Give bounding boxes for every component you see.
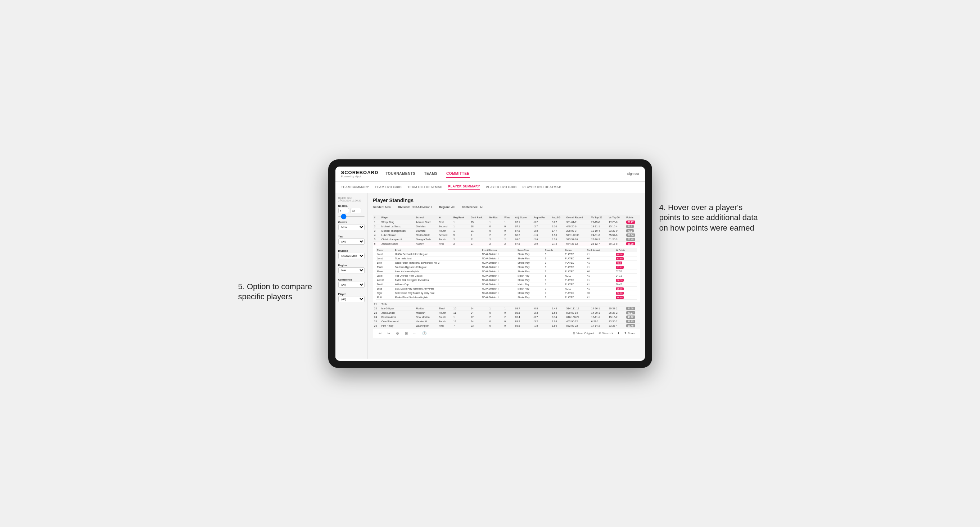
no-rds-min-input[interactable] — [338, 208, 349, 213]
inner-table-row[interactable]: ManeAmer An IntercollegiateNCAA Division… — [376, 269, 637, 273]
inner-col-player: Player — [376, 248, 394, 252]
inner-col-rank-impact: Rank Impact — [585, 248, 614, 252]
filters-row: Gender: Men Division: NCAA Division I Re… — [373, 205, 483, 209]
col-reg-rank: Reg Rank — [452, 215, 469, 220]
download-button[interactable]: ⬇ — [617, 332, 620, 335]
sidebar-conference-select[interactable]: (All) — [338, 282, 364, 288]
cell-record: 381-61-11 — [565, 220, 590, 224]
table-row[interactable]: 23Jack LundinMissouriFourth 11240088.5-2… — [373, 310, 640, 315]
sub-nav-player-summary[interactable]: PLAYER SUMMARY — [448, 184, 480, 190]
nav-tournaments[interactable]: TOURNAMENTS — [385, 170, 415, 178]
no-rds-max-input[interactable] — [350, 208, 361, 213]
more-button[interactable]: ··· — [412, 330, 418, 336]
cell-reg-rank: 1 — [452, 220, 469, 224]
filter-conference: Conference: All — [462, 205, 483, 209]
clock-button[interactable]: 🕐 — [421, 330, 428, 336]
watch-button[interactable]: 👁 Watch ▾ — [598, 332, 613, 335]
table-row[interactable]: 25Cole SherwoodVanderbiltFourth 12240088… — [373, 319, 640, 324]
filter-gender-label: Gender: — [373, 205, 384, 209]
table-row[interactable]: 4Luke ClantonFlorida StateSecond 522268.… — [373, 233, 640, 237]
logo-area: SCOREBOARD Powered by clippi — [341, 170, 379, 178]
inner-table-row[interactable]: PhichSouthern Highlands CollegiateNCAA D… — [376, 265, 637, 269]
inner-table-row[interactable]: Jake IThe Cypress Point ClassicNCAA Divi… — [376, 273, 637, 278]
table-row[interactable]: 6Jackson KoivuAuburnFirst 2272267.5-2.02… — [373, 241, 640, 246]
sidebar-year-select[interactable]: (All) — [338, 238, 364, 244]
sidebar-no-rds-label: No Rds. — [338, 205, 364, 207]
redo-button[interactable]: ↪ — [386, 330, 391, 336]
inner-table-header: Player Event Event Division Event Type R… — [376, 248, 637, 252]
sidebar-conference-label: Conference — [338, 278, 364, 281]
inner-table-row[interactable]: MuttiMirabel Maui Jim IntercollegiateNCA… — [376, 295, 637, 299]
nav-teams[interactable]: TEAMS — [424, 170, 438, 178]
cell-no-rds: 1 — [488, 220, 503, 224]
table-row[interactable]: 24Bastien AmatNew MexicoFourth 1272269.4… — [373, 315, 640, 319]
inner-table-row[interactable]: DavidWilliams CupNCAA Division IMatch Pl… — [376, 282, 637, 286]
col-avg-sg: Avg SG — [550, 215, 565, 220]
filter-gender-value: Men — [385, 205, 391, 209]
inner-table-row[interactable]: Luke ISEC Match Play hosted by Jerry Pat… — [376, 286, 637, 290]
copy-button[interactable]: ⊞ — [403, 330, 409, 336]
filter-division-value: NCAA Division I — [412, 205, 432, 209]
table-row[interactable]: 5Christo LamprechtGeorgia TechFourth 221… — [373, 237, 640, 241]
sidebar-region-select[interactable]: N/A — [338, 267, 364, 273]
cell-avg-sg: 3.07 — [550, 220, 565, 224]
share-label: Share — [628, 332, 635, 335]
table-row[interactable]: 22Ian GilliganFloridaThird 10241168.7-0.… — [373, 306, 640, 310]
inner-table-row[interactable]: BrenWake Forest Invitational at Pinehurs… — [376, 260, 637, 265]
slider-container — [338, 215, 364, 218]
logo-sub: Powered by clippi — [341, 175, 379, 178]
top-nav: SCOREBOARD Powered by clippi TOURNAMENTS… — [336, 167, 645, 182]
settings-button[interactable]: ⚙ — [395, 330, 401, 336]
cell-points[interactable]: 80.27 — [625, 220, 640, 224]
sub-nav-team-h2h-heatmap[interactable]: TEAM H2H HEATMAP — [407, 185, 442, 189]
col-yr: Yr — [437, 215, 452, 220]
cell-player: Wenyi Ding — [380, 220, 415, 224]
share-button[interactable]: ⬆ Share — [624, 332, 635, 335]
view-original-button[interactable]: ⊞ View: Original — [573, 332, 594, 335]
chevron-down-icon: ▾ — [611, 332, 613, 335]
sub-nav-player-h2h-heatmap[interactable]: PLAYER H2H HEATMAP — [523, 185, 562, 189]
col-player: Player — [380, 215, 415, 220]
inner-table-row[interactable]: TigerSEC Stroke Play hosted by Jerry Pat… — [376, 290, 637, 295]
cell-vs25: 29-15-0 — [590, 220, 608, 224]
sub-nav-player-h2h-grid[interactable]: PLAYER H2H GRID — [486, 185, 517, 189]
bottom-toolbar: ↩ ↪ ⚙ ⊞ ··· 🕐 ⊞ View: Original — [373, 328, 640, 338]
cell-adj-score: 67.1 — [514, 220, 532, 224]
no-rds-slider[interactable] — [338, 216, 364, 217]
sidebar-player-select[interactable]: (All) — [338, 296, 364, 302]
col-adj-score: Adj. Score — [514, 215, 532, 220]
table-row[interactable]: 21Tach... — [373, 302, 640, 306]
table-header-row: Player Standings Gender: Men Division: N… — [373, 197, 640, 212]
inner-table-row[interactable]: JacobTiger InvitationalNCAA Division ISt… — [376, 256, 637, 260]
nav-committee[interactable]: COMMITTEE — [446, 170, 470, 178]
tablet-frame: SCOREBOARD Powered by clippi TOURNAMENTS… — [328, 159, 652, 368]
table-row[interactable]: 2Michael La SassoOle MissSecond 1180067.… — [373, 224, 640, 229]
col-school: School — [415, 215, 438, 220]
filter-region-label: Region: — [439, 205, 450, 209]
sub-nav-team-summary[interactable]: TEAM SUMMARY — [341, 185, 369, 189]
undo-button[interactable]: ↩ — [377, 330, 383, 336]
sign-out-button[interactable]: Sign out — [627, 172, 639, 176]
main-content: Update time: 27/03/2024 16:56:26 No Rds.… — [336, 193, 645, 359]
sub-nav-team-h2h-grid[interactable]: TEAM H2H GRID — [375, 185, 402, 189]
col-conf-rank: Conf Rank — [469, 215, 488, 220]
table-row[interactable]: 3Michael ThorbjornsenStanfordFourth 1210… — [373, 229, 640, 233]
sidebar-gender-select[interactable]: Men — [338, 224, 364, 230]
update-time: Update time: 27/03/2024 16:56:26 — [338, 197, 364, 202]
cell-vs50: 17-23-0 — [607, 220, 625, 224]
standings-table: # Player School Yr Reg Rank Conf Rank No… — [373, 215, 640, 328]
cell-conf-rank: 15 — [469, 220, 488, 224]
view-icon: ⊞ — [573, 332, 576, 335]
inner-col-event-type: Event Type — [516, 248, 543, 252]
table-row[interactable]: 26Petr HrubyWashingtonFifth 7230068.6-1.… — [373, 324, 640, 328]
sidebar-division-select[interactable]: NCAA Division I — [338, 253, 364, 259]
annotation-4: 4. Hover over a player's points to see a… — [659, 203, 764, 233]
col-avg-par: Avg to Par — [532, 215, 550, 220]
cell-points-jackson[interactable]: 58.18 — [625, 241, 640, 246]
inner-col-status: Status — [563, 248, 585, 252]
filter-region: Region: All — [439, 205, 455, 209]
inner-table-row[interactable]: JacobUNCW Seahawk IntercollegiateNCAA Di… — [376, 252, 637, 256]
cell-yr: First — [437, 220, 452, 224]
inner-table-row[interactable]: Alex CFallen Oak Collegiate Invitational… — [376, 278, 637, 282]
table-row[interactable]: 1 Wenyi Ding Arizona State First 1 15 1 … — [373, 220, 640, 224]
